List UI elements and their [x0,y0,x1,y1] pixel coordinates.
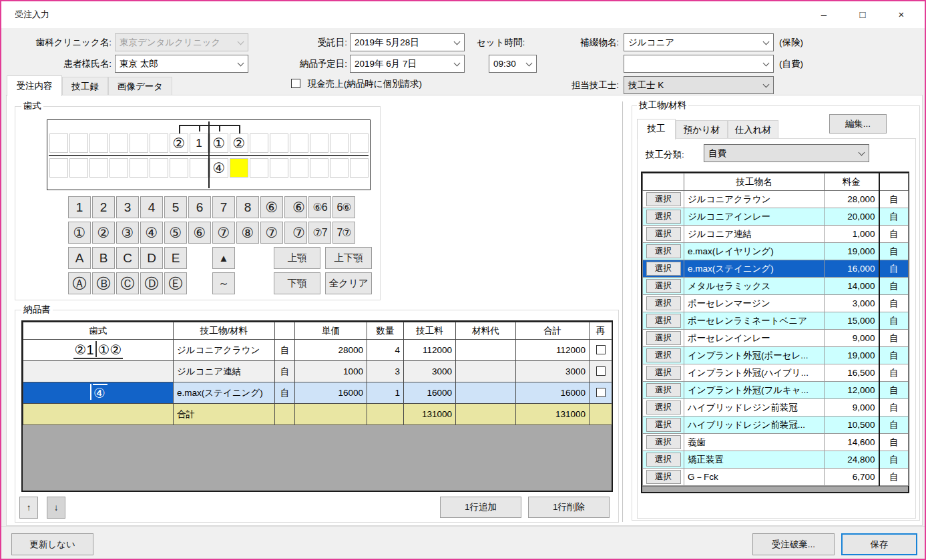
tab-order-details[interactable]: 受注内容 [7,75,62,96]
tooth-keypad-key[interactable]: 上下顎 [325,247,372,269]
materials-item-name[interactable]: インプラント外冠(ハイブリ... [684,364,825,382]
add-row-button[interactable]: 1行追加 [440,497,521,518]
invoice-flag[interactable] [275,404,295,425]
materials-item-flag[interactable]: 自 [879,416,909,434]
materials-item-name[interactable]: ポーセレンインレー [684,330,825,347]
materials-item-name[interactable]: G－Fck [684,469,825,486]
recheck-checkbox[interactable] [596,366,606,376]
invoice-item-name[interactable]: ジルコニア連結 [174,361,275,382]
tooth-keypad-key[interactable]: ⑦ [284,222,307,244]
tooth-keypad-key[interactable]: ⑥ [284,196,307,218]
tooth-keypad-key[interactable]: ② [92,222,115,244]
select-button[interactable]: 選択 [646,314,681,328]
tooth-keypad-key[interactable]: 5 [164,196,187,218]
invoice-material-fee[interactable] [456,404,516,425]
invoice-row[interactable]: ジルコニア連結自1000330003000 [23,361,612,382]
materials-row[interactable]: 選択ハイブリッドレジン前装冠...10,500自 [643,416,909,434]
tooth-keypad-key[interactable]: ⑦ [260,222,283,244]
tooth-cell-upper-2[interactable] [69,133,88,153]
save-button[interactable]: 保存 [841,533,917,555]
tooth-keypad-key[interactable]: B [92,247,115,269]
cash-sale-checkbox[interactable] [291,79,300,88]
tab-image-data[interactable]: 画像データ [108,77,172,95]
materials-item-name[interactable]: ハイブリッドレジン前装冠 [684,399,825,416]
invoice-material-fee[interactable] [456,382,516,404]
invoice-recheck-cell[interactable] [590,404,612,425]
select-button[interactable]: 選択 [646,470,681,484]
materials-item-flag[interactable]: 自 [879,451,909,469]
maximize-icon[interactable]: □ [843,1,882,28]
select-button[interactable]: 選択 [646,366,681,380]
invoice-labor-fee[interactable]: 112000 [404,340,456,361]
select-button[interactable]: 選択 [646,244,681,258]
recheck-checkbox[interactable] [596,345,606,354]
materials-row[interactable]: 選択e.max(レイヤリング)19,000自 [643,243,909,260]
invoice-total[interactable]: 131000 [516,404,590,425]
tooth-keypad-key[interactable]: 4 [140,196,163,218]
tab-labwork[interactable]: 技工 [637,119,676,139]
materials-item-flag[interactable]: 自 [879,434,909,451]
materials-item-flag[interactable]: 自 [879,295,909,312]
tooth-cell-upper-7[interactable]: ② [170,133,188,153]
tooth-cell-lower-3[interactable] [89,158,108,178]
materials-item-price[interactable]: 12,000 [825,382,879,399]
materials-item-name[interactable]: 矯正装置 [684,451,825,469]
tooth-keypad-key[interactable]: Ⓐ [68,272,91,294]
materials-item-price[interactable]: 3,000 [825,295,879,312]
invoice-unit-price[interactable]: 28000 [295,340,367,361]
minimize-icon[interactable]: – [804,1,843,28]
recheck-checkbox[interactable] [596,388,606,397]
invoice-row[interactable]: ④e.max(ステイニング)自1600011600016000 [23,382,612,404]
tooth-keypad-key[interactable]: D [140,247,163,269]
materials-item-name[interactable]: ポーセレンラミネートベニア [684,312,825,330]
materials-item-flag[interactable]: 自 [879,208,909,226]
select-button[interactable]: 選択 [646,227,681,241]
tooth-keypad-key[interactable]: 6⑥ [332,196,355,218]
materials-item-flag[interactable]: 自 [879,469,909,486]
tooth-cell-lower-10[interactable] [230,158,248,178]
tooth-keypad-key[interactable]: Ⓒ [116,272,139,294]
tooth-cell-upper-6[interactable] [150,133,168,153]
materials-item-name[interactable]: ジルコニア連結 [684,226,825,243]
materials-item-name[interactable]: e.max(レイヤリング) [684,243,825,260]
invoice-quantity[interactable]: 1 [367,382,404,404]
tooth-cell-lower-11[interactable] [250,158,268,178]
materials-item-flag[interactable]: 自 [879,243,909,260]
tooth-keypad-key[interactable]: 7⑦ [332,222,355,244]
invoice-item-name[interactable]: e.max(ステイニング) [174,382,275,404]
materials-row[interactable]: 選択ハイブリッドレジン前装冠9,000自 [643,399,909,416]
technician-select[interactable]: 技工士 K [624,76,774,94]
materials-item-flag[interactable]: 自 [879,382,909,399]
invoice-recheck-cell[interactable] [590,382,612,404]
tooth-cell-lower-16[interactable] [350,158,369,178]
tooth-cell-lower-12[interactable] [270,158,288,178]
materials-item-price[interactable]: 16,500 [825,364,879,382]
materials-row[interactable]: 選択メタルセラミックス14,000自 [643,278,909,295]
materials-item-flag[interactable]: 自 [879,226,909,243]
tooth-cell-lower-1[interactable] [49,158,68,178]
patient-name-select[interactable]: 東京 太郎 [115,55,248,73]
tooth-cell-lower-8[interactable] [190,158,208,178]
tooth-keypad-key[interactable]: 全クリア [325,272,372,294]
close-icon[interactable]: × [882,1,921,28]
tooth-cell-upper-11[interactable] [250,133,268,153]
materials-row[interactable]: 選択インプラント外冠(ハイブリ...16,500自 [643,364,909,382]
materials-item-flag[interactable]: 自 [879,399,909,416]
materials-item-price[interactable]: 19,000 [825,347,879,364]
materials-row[interactable]: 選択e.max(ステイニング)16,000自 [643,260,909,278]
materials-item-price[interactable]: 15,000 [825,312,879,330]
tooth-cell-upper-9[interactable]: ① [210,133,228,153]
materials-item-name[interactable]: メタルセラミックス [684,278,825,295]
select-button[interactable]: 選択 [646,435,681,449]
materials-item-name[interactable]: インプラント外冠(フルキャ... [684,382,825,399]
invoice-tooth-cell[interactable] [23,404,174,425]
invoice-row[interactable]: 合計131000131000 [23,404,612,425]
materials-item-flag[interactable]: 自 [879,312,909,330]
materials-item-price[interactable]: 9,000 [825,330,879,347]
select-button[interactable]: 選択 [646,331,681,345]
invoice-labor-fee[interactable]: 3000 [404,361,456,382]
materials-row[interactable]: 選択インプラント外冠(ポーセレ...19,000自 [643,347,909,364]
invoice-row[interactable]: ②1①②ジルコニアクラウン自280004112000112000 [23,340,612,361]
tooth-keypad-key[interactable]: Ⓔ [164,272,187,294]
invoice-tooth-cell[interactable] [23,361,174,382]
